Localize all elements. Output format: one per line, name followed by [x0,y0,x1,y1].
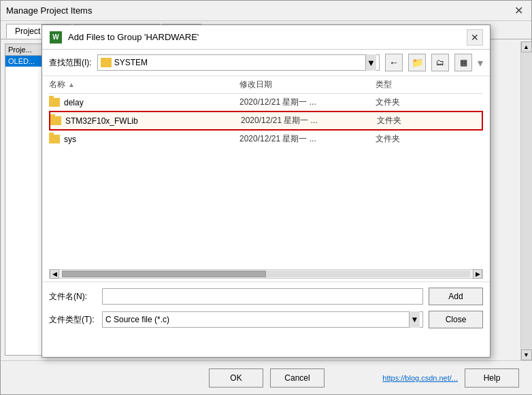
help-button[interactable]: Help [465,368,519,388]
outer-bottom-bar: OK Cancel https://blog.csdn.net/... Help [1,360,532,394]
file-type-sys: 文件夹 [376,133,400,145]
folder-dropdown[interactable]: SYSTEM ▼ [97,54,380,71]
dialog-toolbar: 查找范围(I): SYSTEM ▼ ← 📁 🗂 ▦ ▾ [42,50,490,76]
file-date-sys: 2020/12/21 星期一 ... [239,133,376,145]
dropdown-arrow-icon: ▼ [367,58,376,68]
outer-close-button[interactable]: ✕ [512,4,526,17]
filetype-dropdown-arrow[interactable]: ▼ [409,311,420,328]
new-folder-icon: 🗂 [436,58,444,67]
ok-button[interactable]: OK [209,368,263,388]
filetype-label: 文件类型(T): [49,314,97,326]
view-icon: ▦ [460,58,467,67]
file-date-delay: 2020/12/21 星期一 ... [239,97,376,108]
file-list-area: 名称 ▲ 修改日期 类型 delay 2020/12/21 星期一 ... 文件… [42,76,490,267]
scrollbar-track [62,271,470,277]
folder-up-btn[interactable]: 📁 [408,54,426,71]
col-type: 类型 [376,79,392,90]
folder-icon-sys [49,135,60,143]
dialog-form: 文件名(N): Add 文件类型(T): C Source file (*.c)… [42,281,490,339]
filetype-select[interactable]: C Source file (*.c) ▼ [102,311,423,328]
file-row-delay[interactable]: delay 2020/12/21 星期一 ... 文件夹 [49,94,483,111]
col-name: 名称 ▲ [49,79,239,90]
file-type-delay: 文件夹 [376,97,400,108]
scroll-right-btn[interactable]: ▶ [473,269,482,279]
file-row-sys[interactable]: sys 2020/12/21 星期一 ... 文件夹 [49,131,483,148]
file-row-fwlib[interactable]: STM32F10x_FWLib 2020/12/21 星期一 ... 文件夹 [49,111,483,131]
add-button[interactable]: Add [429,288,483,305]
scroll-down-btn[interactable]: ▼ [521,349,532,360]
dialog-titlebar: W Add Files to Group 'HARDWARE' ✕ [42,25,490,50]
toolbar-separator: ▾ [478,56,483,69]
outer-window: Manage Project Items ✕ Project Items Fol… [0,0,532,395]
new-folder-btn[interactable]: 🗂 [431,54,449,71]
filetype-row: 文件类型(T): C Source file (*.c) ▼ Close [49,311,483,328]
folder-icon-small [101,58,112,67]
scroll-left-btn[interactable]: ◀ [50,269,59,279]
outer-btn-bar: OK Cancel [209,368,325,388]
add-files-dialog: W Add Files to Group 'HARDWARE' ✕ 查找范围(I… [41,24,491,358]
sort-arrow-icon: ▲ [68,81,75,88]
folder-icon-delay [49,98,60,107]
filename-label: 文件名(N): [49,291,97,303]
scrollbar-thumb [62,271,266,277]
filetype-value: C Source file (*.c) [105,315,409,324]
toolbar-label: 查找范围(I): [49,57,92,69]
cancel-button[interactable]: Cancel [270,368,325,388]
dialog-title: Add Files to Group 'HARDWARE' [68,32,467,42]
dialog-close-button[interactable]: ✕ [467,29,483,46]
filename-row: 文件名(N): Add [49,288,483,305]
filename-input[interactable] [102,288,423,305]
scroll-up-btn[interactable]: ▲ [521,41,532,52]
horizontal-scrollbar[interactable]: ◀ ▶ [49,269,483,279]
current-folder-text: SYSTEM [114,58,365,67]
folder-dropdown-arrow[interactable]: ▼ [365,54,376,71]
file-date-fwlib: 2020/12/21 星期一 ... [241,115,377,126]
help-link[interactable]: https://blog.csdn.net/... [382,374,458,382]
keil-icon: W [50,31,62,44]
file-name-fwlib: STM32F10x_FWLib [50,116,241,126]
view-btn[interactable]: ▦ [454,54,472,71]
folder-up-icon: 📁 [412,57,423,68]
back-arrow-icon: ← [389,57,399,68]
file-name-sys: sys [49,135,239,144]
outer-titlebar: Manage Project Items ✕ [1,1,531,21]
back-btn[interactable]: ← [385,54,403,71]
file-name-delay: delay [49,98,239,107]
dialog-icon: W [49,31,63,44]
scroll-track [521,52,532,349]
col-date: 修改日期 [239,79,376,90]
folder-icon-fwlib [50,116,61,125]
outer-window-title: Manage Project Items [6,5,92,16]
file-list-header: 名称 ▲ 修改日期 类型 [49,76,483,94]
file-type-fwlib: 文件夹 [377,115,401,126]
outer-scrollbar: ▲ ▼ [520,41,531,360]
close-button[interactable]: Close [429,311,483,328]
